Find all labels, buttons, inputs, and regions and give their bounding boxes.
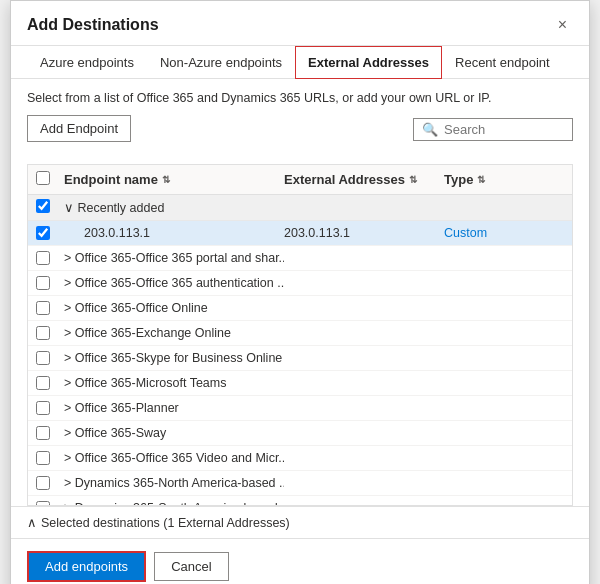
table-row: > Office 365-Office 365 authentication .… (28, 271, 572, 296)
row-endpoint-name: > Dynamics 365-South America-based ... (64, 501, 284, 505)
table-header: Endpoint name ⇅ External Addresses ⇅ Typ… (28, 165, 572, 195)
selected-destinations-bar[interactable]: ∧ Selected destinations (1 External Addr… (11, 506, 589, 538)
dialog-body: Select from a list of Office 365 and Dyn… (11, 79, 589, 506)
row-checkbox-cell (36, 276, 64, 290)
row-checkbox-cell (36, 501, 64, 505)
row-endpoint-name: > Office 365-Exchange Online (64, 326, 284, 340)
row-endpoint-name: > Office 365-Office 365 portal and shar.… (64, 251, 284, 265)
row-checkbox[interactable] (36, 351, 50, 365)
row-checkbox-cell (36, 451, 64, 465)
row-checkbox[interactable] (36, 401, 50, 415)
sort-name-icon[interactable]: ⇅ (162, 174, 170, 185)
row-endpoint-name: > Office 365-Office Online (64, 301, 284, 315)
table-row: 203.0.113.1 203.0.113.1 Custom (28, 221, 572, 246)
cancel-button[interactable]: Cancel (154, 552, 228, 581)
sort-addr-icon[interactable]: ⇅ (409, 174, 417, 185)
table-body: ∨ Recently added 203.0.113.1 203.0.113.1… (28, 195, 572, 505)
row-checkbox-cell (36, 476, 64, 490)
row-type: Custom (444, 226, 564, 240)
table-row: > Office 365-Office Online (28, 296, 572, 321)
tab-non-azure-endpoints[interactable]: Non-Azure endpoints (147, 46, 295, 79)
group-recently-added: ∨ Recently added (28, 195, 572, 221)
endpoints-table: Endpoint name ⇅ External Addresses ⇅ Typ… (27, 164, 573, 506)
row-checkbox[interactable] (36, 426, 50, 440)
chevron-up-icon: ∧ (27, 515, 37, 530)
row-checkbox[interactable] (36, 251, 50, 265)
row-checkbox[interactable] (36, 376, 50, 390)
row-endpoint-name: > Office 365-Planner (64, 401, 284, 415)
row-endpoint-name: > Office 365-Skype for Business Online (64, 351, 284, 365)
tab-bar: Azure endpoints Non-Azure endpoints Exte… (11, 46, 589, 79)
row-endpoint-name: > Office 365-Office 365 authentication .… (64, 276, 284, 290)
row-endpoint-name: > Office 365-Sway (64, 426, 284, 440)
row-checkbox[interactable] (36, 451, 50, 465)
tab-azure-endpoints[interactable]: Azure endpoints (27, 46, 147, 79)
table-row: > Dynamics 365-South America-based ... (28, 496, 572, 505)
table-row: > Office 365-Exchange Online (28, 321, 572, 346)
group-label: ∨ Recently added (64, 200, 164, 215)
column-header-external-addresses: External Addresses ⇅ (284, 172, 444, 187)
row-checkbox[interactable] (36, 276, 50, 290)
table-row: > Office 365-Planner (28, 396, 572, 421)
tab-external-addresses[interactable]: External Addresses (295, 46, 442, 79)
search-input[interactable] (444, 122, 564, 137)
table-row: > Office 365-Sway (28, 421, 572, 446)
table-row: > Office 365-Skype for Business Online (28, 346, 572, 371)
row-checkbox-cell (36, 251, 64, 265)
row-endpoint-name: > Office 365-Office 365 Video and Micr..… (64, 451, 284, 465)
chevron-down-icon: ∨ (64, 201, 77, 215)
column-header-type: Type ⇅ (444, 172, 564, 187)
table-row: > Office 365-Microsoft Teams (28, 371, 572, 396)
row-checkbox[interactable] (36, 501, 50, 505)
table-row: > Dynamics 365-North America-based ... (28, 471, 572, 496)
sort-type-icon[interactable]: ⇅ (477, 174, 485, 185)
row-endpoint-name: > Dynamics 365-North America-based ... (64, 476, 284, 490)
row-checkbox[interactable] (36, 476, 50, 490)
add-endpoint-button[interactable]: Add Endpoint (27, 115, 131, 142)
dialog-title: Add Destinations (27, 16, 159, 34)
search-box: 🔍 (413, 118, 573, 141)
toolbar-row: Add Endpoint 🔍 (27, 115, 573, 154)
add-destinations-dialog: Add Destinations × Azure endpoints Non-A… (10, 0, 590, 584)
dialog-footer: Add endpoints Cancel (11, 538, 589, 584)
dialog-header: Add Destinations × (11, 1, 589, 46)
row-checkbox-cell (36, 326, 64, 340)
row-checkbox[interactable] (36, 326, 50, 340)
row-checkbox-cell (36, 376, 64, 390)
table-row: > Office 365-Office 365 Video and Micr..… (28, 446, 572, 471)
row-checkbox-cell (36, 301, 64, 315)
row-checkbox[interactable] (36, 226, 50, 240)
header-checkbox-cell (36, 171, 64, 188)
row-checkbox-cell (36, 401, 64, 415)
row-external-addr: 203.0.113.1 (284, 226, 444, 240)
selected-destinations-text: Selected destinations (1 External Addres… (41, 516, 290, 530)
row-checkbox-cell (36, 226, 64, 240)
group-checkbox[interactable] (36, 199, 50, 213)
column-header-endpoint-name: Endpoint name ⇅ (64, 172, 284, 187)
row-endpoint-name: > Office 365-Microsoft Teams (64, 376, 284, 390)
tab-recent-endpoint[interactable]: Recent endpoint (442, 46, 563, 79)
search-icon: 🔍 (422, 122, 438, 137)
row-endpoint-name: 203.0.113.1 (64, 226, 284, 240)
select-all-checkbox[interactable] (36, 171, 50, 185)
close-button[interactable]: × (552, 15, 573, 35)
row-checkbox[interactable] (36, 301, 50, 315)
group-checkbox-cell (36, 199, 64, 216)
table-row: > Office 365-Office 365 portal and shar.… (28, 246, 572, 271)
add-endpoints-button[interactable]: Add endpoints (27, 551, 146, 582)
row-checkbox-cell (36, 351, 64, 365)
row-checkbox-cell (36, 426, 64, 440)
description-text: Select from a list of Office 365 and Dyn… (27, 91, 573, 105)
